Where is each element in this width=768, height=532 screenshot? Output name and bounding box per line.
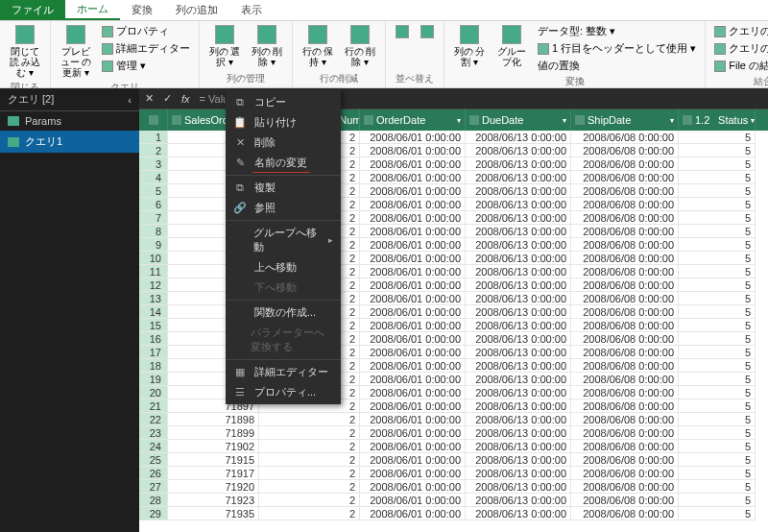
cell-status: 5: [679, 413, 756, 426]
ctx-copy[interactable]: ⧉コピー: [226, 92, 341, 112]
group-by-button[interactable]: グルー プ化: [492, 23, 531, 69]
ctx-movegroup[interactable]: グループへ移動▸: [226, 223, 341, 257]
table-row[interactable]: 257191522008/06/01 0:00:002008/06/13 0:0…: [139, 453, 768, 467]
cell-shipdate: 2008/06/08 0:00:00: [571, 171, 679, 184]
remove-rows-button[interactable]: 行の 削除 ▾: [341, 23, 379, 69]
cell-rownum: 8: [139, 225, 168, 238]
ctx-duplicate[interactable]: ⧉複製: [226, 178, 341, 198]
ctx-paste[interactable]: 📋貼り付け: [226, 112, 341, 133]
remove-cols-button[interactable]: 列の 削除 ▾: [248, 23, 286, 69]
table-row[interactable]: 277192022008/06/01 0:00:002008/06/13 0:0…: [139, 480, 768, 494]
ctx-reference[interactable]: 🔗参照: [226, 198, 341, 218]
close-icon[interactable]: ✕: [145, 92, 154, 105]
tab-home[interactable]: ホーム: [65, 0, 120, 20]
cell-duedate: 2008/06/13 0:00:00: [466, 332, 571, 346]
cell-rev: 2: [259, 480, 360, 494]
table-row[interactable]: 267191722008/06/01 0:00:002008/06/13 0:0…: [139, 467, 768, 480]
table-icon: [8, 137, 19, 147]
col-duedate[interactable]: DueDate▾: [466, 109, 571, 131]
append-queries-button[interactable]: クエリの追加 ▾: [711, 40, 768, 57]
col-status[interactable]: 1.2 Status▾: [679, 109, 756, 131]
group-sort: 並べ替え: [386, 21, 444, 87]
cell-id: 71923: [168, 494, 259, 507]
cell-duedate: 2008/06/13 0:00:00: [466, 184, 571, 198]
table-row[interactable]: 297193522008/06/01 0:00:002008/06/13 0:0…: [139, 507, 768, 520]
cell-shipdate: 2008/06/08 0:00:00: [571, 265, 679, 278]
date-type-icon: [364, 115, 373, 125]
check-icon[interactable]: ✓: [163, 92, 172, 105]
cell-orderdate: 2008/06/01 0:00:00: [360, 453, 466, 467]
properties-icon: ☰: [233, 386, 247, 399]
ctx-moveup[interactable]: 上へ移動: [226, 257, 341, 278]
cell-duedate: 2008/06/13 0:00:00: [466, 319, 571, 332]
cell-shipdate: 2008/06/08 0:00:00: [571, 413, 679, 426]
tab-view[interactable]: 表示: [229, 0, 274, 20]
cell-shipdate: 2008/06/08 0:00:00: [571, 184, 679, 198]
ctx-delete[interactable]: ✕削除: [226, 133, 341, 153]
cell-rev: 2: [259, 426, 360, 440]
sort-asc-button[interactable]: [392, 23, 413, 40]
table-row[interactable]: 247190222008/06/01 0:00:002008/06/13 0:0…: [139, 440, 768, 453]
cell-rownum: 27: [139, 480, 168, 494]
tab-file[interactable]: ファイル: [0, 0, 65, 20]
table-row[interactable]: 227189822008/06/01 0:00:002008/06/13 0:0…: [139, 413, 768, 426]
cell-rownum: 13: [139, 292, 168, 305]
cell-status: 5: [679, 494, 756, 507]
group-label-combine: 結合: [711, 74, 768, 88]
keep-rows-button[interactable]: 行の 保持 ▾: [299, 23, 337, 69]
col-shipdate[interactable]: ShipDate▾: [571, 109, 679, 131]
cell-shipdate: 2008/06/08 0:00:00: [571, 225, 679, 238]
sidebar-header[interactable]: クエリ [2] ‹: [0, 88, 139, 111]
cell-shipdate: 2008/06/08 0:00:00: [571, 386, 679, 399]
rownum-header[interactable]: [139, 109, 168, 131]
merge-queries-button[interactable]: クエリのマージ ▾: [711, 23, 768, 39]
tab-addcolumn[interactable]: 列の追加: [164, 0, 229, 20]
refresh-preview-button[interactable]: プレビュー の更新 ▾: [57, 23, 95, 80]
fx-icon[interactable]: fx: [181, 93, 190, 105]
cell-orderdate: 2008/06/01 0:00:00: [360, 144, 466, 157]
tab-transform[interactable]: 変換: [120, 0, 164, 20]
table-row[interactable]: 237189922008/06/01 0:00:002008/06/13 0:0…: [139, 426, 768, 440]
cell-rev: 2: [259, 413, 360, 426]
cell-shipdate: 2008/06/08 0:00:00: [571, 292, 679, 305]
choose-cols-button[interactable]: 列の 選択 ▾: [205, 23, 244, 69]
split-col-button[interactable]: 列の 分割 ▾: [450, 23, 489, 69]
group-transform: 列の 分割 ▾ グルー プ化 データ型: 整数 ▾ 1 行目をヘッダーとして使用…: [444, 21, 706, 87]
ctx-createfn[interactable]: 関数の作成...: [226, 302, 341, 323]
cell-duedate: 2008/06/13 0:00:00: [466, 426, 571, 440]
col-orderdate[interactable]: OrderDate▾: [360, 109, 466, 131]
combine-files-button[interactable]: File の結合: [711, 58, 768, 74]
dropdown-icon[interactable]: ▾: [457, 116, 461, 125]
cell-rev: 2: [259, 453, 360, 467]
ctx-properties[interactable]: ☰プロパティ...: [226, 382, 341, 402]
dropdown-icon[interactable]: ▾: [751, 116, 755, 125]
manage-button[interactable]: 管理 ▾: [99, 58, 193, 74]
cell-shipdate: 2008/06/08 0:00:00: [571, 426, 679, 440]
replace-values-button[interactable]: 値の置換: [535, 58, 699, 74]
int-type-icon: [172, 115, 181, 125]
datatype-button[interactable]: データ型: 整数 ▾: [535, 23, 699, 39]
dropdown-icon[interactable]: ▾: [563, 116, 566, 125]
properties-button[interactable]: プロパティ: [99, 23, 193, 39]
ctx-advedit[interactable]: ▦詳細エディター: [226, 362, 341, 382]
table-icon: [8, 116, 19, 126]
ctx-toparam: パラメーターへ変換する: [226, 323, 341, 357]
sidebar-item-params[interactable]: Params: [0, 111, 139, 131]
cell-duedate: 2008/06/13 0:00:00: [466, 373, 571, 386]
cell-shipdate: 2008/06/08 0:00:00: [571, 278, 679, 292]
cell-orderdate: 2008/06/01 0:00:00: [360, 332, 466, 346]
cell-duedate: 2008/06/13 0:00:00: [466, 480, 571, 494]
cell-status: 5: [679, 238, 756, 252]
sidebar-item-query1[interactable]: クエリ1: [0, 131, 139, 153]
cell-rownum: 4: [139, 171, 168, 184]
cell-rev: 2: [259, 440, 360, 453]
table-row[interactable]: 287192322008/06/01 0:00:002008/06/13 0:0…: [139, 494, 768, 507]
sort-desc-button[interactable]: [417, 23, 438, 40]
group-combine: クエリのマージ ▾ クエリの追加 ▾ File の結合 結合: [706, 21, 768, 87]
dropdown-icon[interactable]: ▾: [670, 116, 674, 125]
main-area: クエリ [2] ‹ Params クエリ1 ✕ ✓ fx = Value.Nat…: [0, 88, 768, 532]
advanced-editor-button[interactable]: 詳細エディター: [99, 40, 193, 57]
close-apply-button[interactable]: 閉じて読 み込む ▾: [6, 23, 44, 80]
ctx-rename[interactable]: ✎名前の変更: [226, 153, 341, 173]
first-row-header-button[interactable]: 1 行目をヘッダーとして使用 ▾: [535, 40, 699, 57]
